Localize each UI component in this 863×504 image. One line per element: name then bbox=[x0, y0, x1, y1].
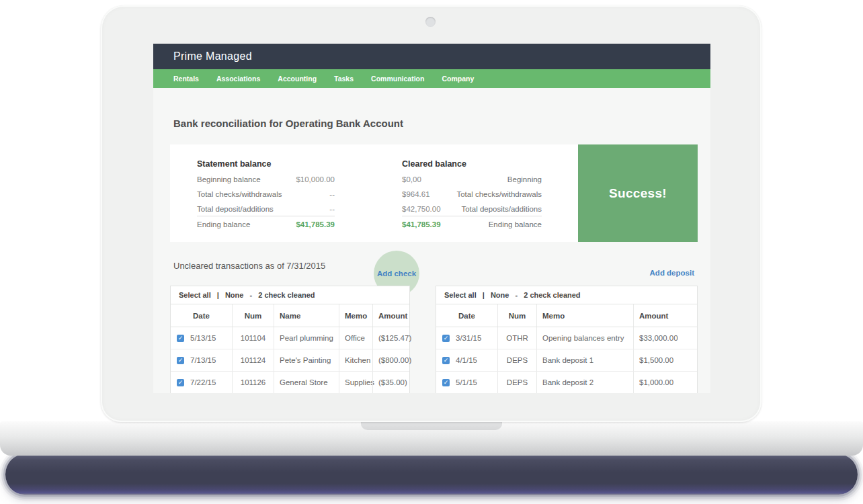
cell-amount: $1,500.00 bbox=[633, 349, 697, 371]
column-header-memo: Memo bbox=[339, 304, 372, 327]
cell-amount: $1,000.00 bbox=[633, 372, 697, 393]
select-all-link[interactable]: Select all bbox=[444, 291, 477, 299]
cleared-row: $42,750.00 Total deposits/additions bbox=[402, 205, 542, 213]
nav-item-accounting[interactable]: Accounting bbox=[278, 75, 317, 83]
cell-name: Pete's Painting bbox=[274, 349, 339, 371]
cell-memo: Supplies bbox=[339, 372, 372, 393]
cell-amount: ($800.00) bbox=[372, 349, 409, 371]
brand-title: Prime Managed bbox=[153, 44, 710, 69]
cleared-row: $964.61 Total checks/withdrawals bbox=[402, 190, 542, 198]
cell-memo: Kitchen bbox=[339, 349, 372, 371]
row-label: Total checks/withdrawals bbox=[456, 190, 542, 198]
row-checkbox[interactable]: ✓ bbox=[177, 379, 184, 386]
column-header-memo: Memo bbox=[536, 304, 633, 327]
column-header-num: Num bbox=[232, 304, 274, 327]
row-checkbox[interactable]: ✓ bbox=[177, 357, 184, 364]
row-label: Beginning bbox=[507, 175, 542, 183]
checks-table-header: Date Num Name Memo Amount bbox=[171, 304, 409, 327]
divider bbox=[402, 216, 542, 216]
nav-item-company[interactable]: Company bbox=[442, 75, 474, 83]
add-check-button[interactable]: Add check bbox=[371, 269, 422, 278]
cleared-balance-title: Cleared balance bbox=[402, 159, 466, 169]
row-label: Total checks/withdrawals bbox=[197, 190, 282, 198]
cell-date: 7/22/15 bbox=[190, 378, 216, 386]
nav-item-communication[interactable]: Communication bbox=[371, 75, 424, 83]
cell-memo: Office bbox=[339, 327, 372, 349]
row-value: $42,750.00 bbox=[402, 205, 441, 213]
row-label: Ending balance bbox=[489, 220, 542, 228]
app-header: Prime Managed bbox=[153, 44, 710, 69]
column-header-num: Num bbox=[497, 304, 536, 327]
laptop-base-notch bbox=[361, 421, 502, 430]
nav-item-rentals[interactable]: Rentals bbox=[173, 75, 199, 83]
separator: | bbox=[217, 291, 219, 299]
nav-item-associations[interactable]: Associations bbox=[216, 75, 260, 83]
cell-amount: ($125.47) bbox=[372, 327, 409, 349]
cell-num: 101126 bbox=[232, 372, 274, 393]
cell-amount: $33,000.00 bbox=[633, 327, 697, 349]
separator: | bbox=[483, 291, 485, 299]
cell-memo: Bank deposit 2 bbox=[536, 372, 633, 393]
cell-amount: ($35.00) bbox=[372, 372, 409, 393]
cleared-ending-row: $41,785.39 Ending balance bbox=[402, 220, 542, 228]
cell-num: DEPS bbox=[497, 349, 536, 371]
ending-balance-value: $41,785.39 bbox=[296, 220, 335, 228]
column-header-amount: Amount bbox=[372, 304, 409, 327]
cell-memo: Bank deposit 1 bbox=[536, 349, 633, 371]
column-header-date: Date bbox=[171, 304, 232, 327]
main-nav: Rentals Associations Accounting Tasks Co… bbox=[153, 69, 710, 88]
row-checkbox[interactable]: ✓ bbox=[442, 335, 450, 342]
row-label: Ending balance bbox=[197, 220, 250, 228]
select-all-link[interactable]: Select all bbox=[179, 291, 211, 299]
divider bbox=[197, 216, 335, 216]
statement-row: Total deposit/additions -- bbox=[197, 205, 335, 213]
ending-balance-value: $41,785.39 bbox=[402, 220, 441, 228]
cleared-row: $0,00 Beginning bbox=[402, 175, 542, 183]
cell-date: 4/1/15 bbox=[456, 356, 477, 364]
webcam-dot bbox=[425, 17, 436, 27]
cell-date: 7/13/15 bbox=[190, 356, 216, 364]
cleaned-count-label: 2 check cleaned bbox=[258, 291, 315, 299]
cell-num: 101104 bbox=[232, 327, 274, 349]
row-label: Total deposits/additions bbox=[461, 205, 542, 213]
checks-select-bar: Select all | None - 2 check cleaned bbox=[171, 286, 409, 304]
table-row: ✓ 3/31/15 OTHR Opening balances entry $3… bbox=[436, 327, 697, 349]
deposits-select-bar: Select all | None - 2 check cleaned bbox=[436, 286, 697, 304]
row-value: -- bbox=[329, 190, 335, 198]
table-row: ✓ 4/1/15 DEPS Bank deposit 1 $1,500.00 bbox=[436, 349, 697, 372]
cell-num: OTHR bbox=[497, 327, 536, 349]
row-checkbox[interactable]: ✓ bbox=[177, 335, 184, 342]
row-value: -- bbox=[329, 205, 335, 213]
success-status-badge: Success! bbox=[578, 144, 698, 242]
cell-name: General Store bbox=[274, 372, 339, 393]
nav-item-tasks[interactable]: Tasks bbox=[334, 75, 354, 83]
reconciliation-summary-panel: Statement balance Beginning balance $10,… bbox=[170, 144, 698, 242]
cell-date: 5/1/15 bbox=[456, 378, 477, 386]
column-header-name: Name bbox=[274, 304, 339, 327]
column-header-date: Date bbox=[436, 304, 497, 327]
table-row: ✓ 5/13/15 101104 Pearl plumming Office (… bbox=[171, 327, 409, 349]
table-row: ✓ 7/13/15 101124 Pete's Painting Kitchen… bbox=[171, 349, 409, 372]
cell-date: 5/13/15 bbox=[190, 334, 216, 342]
cell-num: DEPS bbox=[497, 372, 536, 393]
select-none-link[interactable]: None bbox=[225, 291, 244, 299]
table-row: ✓ 5/1/15 DEPS Bank deposit 2 $1,000.00 bbox=[436, 372, 697, 393]
laptop-mockup: Prime Managed Rentals Associations Accou… bbox=[0, 0, 863, 504]
select-none-link[interactable]: None bbox=[491, 291, 509, 299]
row-checkbox[interactable]: ✓ bbox=[442, 379, 450, 386]
row-label: Total deposit/additions bbox=[197, 205, 274, 213]
statement-balance-title: Statement balance bbox=[197, 159, 271, 169]
laptop-bottom-shadow bbox=[5, 454, 858, 495]
row-value: $964.61 bbox=[402, 190, 430, 198]
row-value: $10,000.00 bbox=[296, 175, 335, 183]
table-row: ✓ 7/22/15 101126 General Store Supplies … bbox=[171, 372, 409, 393]
separator: - bbox=[249, 291, 252, 299]
checks-table: Select all | None - 2 check cleaned Date… bbox=[170, 286, 410, 393]
add-deposit-button[interactable]: Add deposit bbox=[650, 269, 694, 277]
deposits-table: Select all | None - 2 check cleaned Date… bbox=[436, 286, 698, 393]
uncleared-transactions-heading: Uncleared transactions as of 7/31/2015 bbox=[173, 261, 325, 271]
row-label: Beginning balance bbox=[197, 175, 261, 183]
app-viewport: Prime Managed Rentals Associations Accou… bbox=[153, 44, 710, 393]
row-checkbox[interactable]: ✓ bbox=[442, 357, 450, 364]
statement-row: Total checks/withdrawals -- bbox=[197, 190, 335, 198]
